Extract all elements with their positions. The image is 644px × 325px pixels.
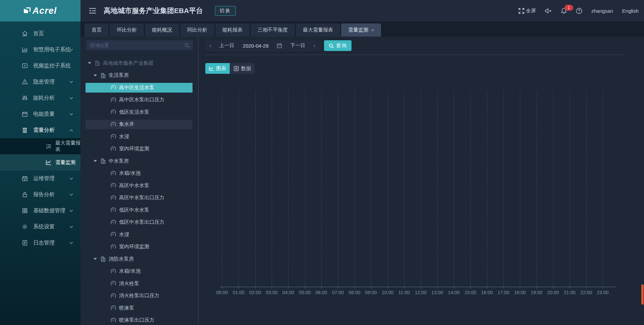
calendar-icon — [21, 111, 28, 117]
language-switch[interactable]: English — [622, 8, 639, 14]
gridline — [553, 91, 553, 287]
close-icon[interactable]: × — [371, 28, 374, 33]
ordered-list-icon — [46, 143, 52, 149]
tab-3[interactable]: 同比分析 — [180, 23, 214, 37]
axis-tick — [321, 287, 322, 289]
tree-node-label: 水箱/水池 — [119, 268, 141, 274]
tab-label: 需量监测 — [348, 27, 368, 33]
caret-down-icon[interactable] — [93, 73, 98, 78]
sidebar-item-label: 日志管理 — [33, 239, 55, 247]
tree-node-0[interactable]: 高地城市服务产业集团 — [80, 57, 198, 69]
notification-button[interactable]: 1 — [561, 8, 567, 14]
caret-down-icon[interactable] — [87, 60, 92, 66]
tree-node-4[interactable]: 低区生活水泵 — [80, 106, 198, 118]
tab-5[interactable]: 三相不平衡度 — [251, 23, 295, 37]
axis-tick — [503, 287, 504, 289]
sidebar-item-label: 需量分析 — [33, 127, 55, 134]
gauge-icon — [110, 269, 116, 274]
tree-node-label: 低区生活水泵 — [119, 109, 149, 115]
tree-node-2[interactable]: 高中区生活水泵 — [80, 82, 198, 94]
caret-down-icon[interactable] — [93, 158, 98, 164]
sidebar-item-label: 首页 — [33, 30, 44, 37]
sidebar-item-label: 视频监控子系统 — [33, 62, 71, 69]
vertical-scrollbar-thumb[interactable] — [641, 284, 644, 305]
tab-0[interactable]: 首页 — [85, 23, 109, 37]
building-icon — [100, 158, 106, 164]
axis-tick — [355, 287, 355, 289]
sidebar-item-2[interactable]: 视频监控子系统 — [0, 58, 80, 74]
gridline — [470, 91, 471, 287]
tree-node-12[interactable]: 低区中水水泵 — [80, 204, 198, 216]
tree-node-11[interactable]: 高区中水泵出口压力 — [80, 192, 198, 204]
tree-node-3[interactable]: 高中区水泵出口压力 — [80, 94, 198, 106]
tab-7[interactable]: 需量监测× — [341, 23, 381, 37]
chart-plot-area: 00:0001:0002:0003:0004:0005:0006:0007:00… — [199, 37, 644, 325]
gridline — [537, 91, 537, 287]
sidebar-item-6[interactable]: 需量分析 — [0, 122, 80, 138]
tree-node-10[interactable]: 高区中水水泵 — [80, 179, 198, 192]
sidebar-subitem-label: 需量监测 — [55, 159, 75, 166]
tab-2[interactable]: 能耗概况 — [145, 23, 179, 37]
username[interactable]: zhangsan — [591, 8, 613, 14]
sidebar-item-5[interactable]: 电能质量 — [0, 106, 80, 122]
chevron-up-icon — [69, 129, 73, 131]
tab-4[interactable]: 能耗报表 — [215, 23, 250, 37]
sidebar-item-11[interactable]: 日志管理 — [0, 235, 80, 251]
axis-tick — [537, 287, 537, 289]
question-icon — [576, 8, 582, 14]
menu-collapse-icon[interactable] — [89, 7, 96, 14]
tab-1[interactable]: 环比分析 — [110, 23, 144, 37]
acrel-logo: Acrel — [0, 0, 80, 21]
tree-node-13[interactable]: 低区中水泵出口压力 — [80, 216, 198, 229]
tree-node-18[interactable]: 消火栓泵 — [80, 277, 198, 290]
sidebar-subitem-1[interactable]: 需量监测 — [0, 154, 80, 170]
sidebar-item-1[interactable]: 智慧用电子系统 — [0, 42, 80, 58]
tree-node-label: 室内环境监测 — [119, 243, 149, 250]
sidebar-item-7[interactable]: 运维管理 — [0, 170, 80, 186]
fullscreen-label: 全屏 — [526, 8, 536, 14]
sidebar-subitem-0[interactable]: 最大需量报表 — [0, 138, 80, 154]
mute-button[interactable] — [545, 8, 552, 14]
gauge-icon — [110, 134, 116, 139]
header: 高地城市服务产业集团EBA平台 切换 全屏 1 — [80, 0, 644, 21]
tree-search-input[interactable] — [90, 42, 184, 48]
caret-down-icon[interactable] — [93, 256, 98, 262]
acrel-logo-text: Acrel — [33, 6, 57, 16]
tree-node-20[interactable]: 喷淋泵 — [80, 302, 198, 314]
tree-node-15[interactable]: 室内环境监测 — [80, 241, 198, 253]
sidebar-item-10[interactable]: 系统设置 — [0, 219, 80, 235]
gauge-icon — [110, 85, 116, 90]
gauge-icon — [110, 207, 116, 213]
gridline — [437, 91, 438, 287]
home-icon — [21, 31, 28, 37]
tree-node-17[interactable]: 水箱/水池 — [80, 265, 198, 278]
tree-node-9[interactable]: 水箱/水池 — [80, 167, 198, 180]
tree-node-5[interactable]: 集水井 — [80, 118, 198, 131]
tree-node-16[interactable]: 消防水泵房 — [80, 253, 198, 265]
list-lines-icon — [21, 127, 28, 133]
sidebar-item-label: 基础数据管理 — [33, 207, 65, 214]
search-icon[interactable] — [184, 43, 190, 48]
tree-node-14[interactable]: 水浸 — [80, 228, 198, 241]
sidebar-item-0[interactable]: 首页 — [0, 25, 80, 42]
sidebar-menu: 首页智慧用电子系统视频监控子系统隐患管理能耗分析电能质量需量分析最大需量报表需量… — [0, 21, 80, 251]
sidebar-item-4[interactable]: 能耗分析 — [0, 90, 80, 106]
tree-node-8[interactable]: 中水泵房 — [80, 155, 198, 167]
tree-node-1[interactable]: 生活泵房 — [80, 69, 198, 82]
axis-tick — [454, 287, 454, 289]
tree-node-6[interactable]: 水浸 — [80, 130, 198, 143]
gear-icon — [21, 224, 28, 230]
fullscreen-button[interactable]: 全屏 — [519, 8, 536, 14]
tree-node-21[interactable]: 喷淋泵出口压力 — [80, 314, 198, 325]
switch-button[interactable]: 切换 — [215, 6, 236, 16]
axis-tick — [404, 287, 405, 289]
tab-6[interactable]: 最大需量报表 — [296, 23, 340, 37]
bar-chart-icon — [21, 47, 28, 53]
grid-icon — [21, 208, 28, 214]
sidebar-item-9[interactable]: 基础数据管理 — [0, 203, 80, 219]
tree-node-19[interactable]: 消火栓泵出口压力 — [80, 290, 198, 302]
sidebar-item-8[interactable]: 报告分析 — [0, 186, 80, 203]
help-button[interactable] — [576, 8, 582, 14]
tree-node-7[interactable]: 室内环境监测 — [80, 143, 198, 155]
sidebar-item-3[interactable]: 隐患管理 — [0, 74, 80, 90]
